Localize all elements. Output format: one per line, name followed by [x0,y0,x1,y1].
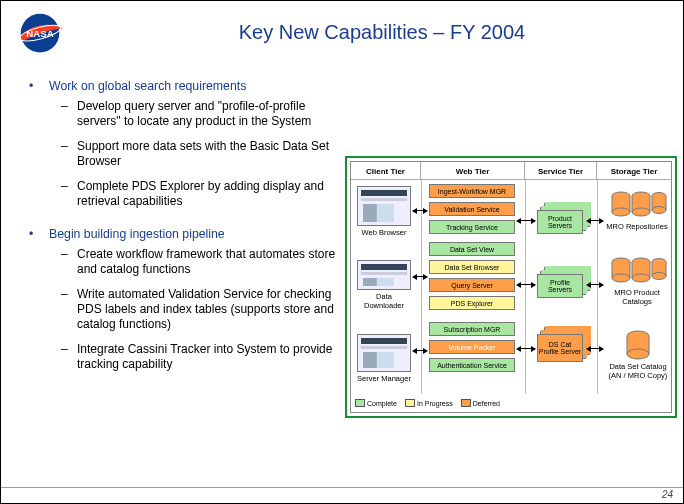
svg-text:NASA: NASA [26,28,53,39]
slide: NASA Key New Capabilities – FY 2004 • Wo… [0,0,684,504]
architecture-diagram: Client Tier Web Tier Service Tier Storag… [345,156,677,418]
tier-header: Client Tier Web Tier Service Tier Storag… [351,162,671,180]
svg-point-20 [612,274,630,282]
bullet-2: • Begin building ingestion pipeline [29,227,339,241]
box-subscription: Subscription MGR [429,322,515,336]
svg-point-10 [632,208,650,216]
box-dsview: Data Set View [429,242,515,256]
cylinder-icon [625,330,651,362]
box-ingest: Ingest-Workflow MGR [429,184,515,198]
arrow-icon [413,210,427,211]
svg-point-15 [652,207,666,214]
footer-rule [1,487,683,503]
box-volume: Volume Packer [429,340,515,354]
sub-1-3: –Complete PDS Explorer by adding display… [61,179,339,209]
box-query: Query Server [429,278,515,292]
nasa-logo-icon: NASA [11,9,69,57]
box-validation: Validation Service [429,202,515,216]
browser-thumbnail [357,186,411,226]
box-product-servers: Product Servers [537,210,583,234]
page-number: 24 [662,489,673,500]
label-prod-catalogs: MRO Product Catalogs [601,288,673,306]
downloader-thumbnail [357,260,411,290]
cylinder-icon [607,254,667,288]
arrow-icon [517,220,535,221]
svg-point-5 [612,208,630,216]
label-server-manager: Server Manager [357,374,411,383]
box-dscat-server: DS Cat Profile Server [537,334,583,362]
svg-point-25 [632,274,650,282]
arrow-icon [517,348,535,349]
svg-point-30 [652,273,666,280]
sub-1-1: –Develop query server and "profile-of-pr… [61,99,339,129]
label-dscat: Data Set Catalog (AN / MRO Copy) [603,362,673,380]
arrow-icon [587,220,603,221]
sub-1-2: –Support more data sets with the Basic D… [61,139,339,169]
label-web-browser: Web Browser [357,228,411,237]
arrow-icon [413,350,427,351]
box-dsbrowser: Data Set Browser [429,260,515,274]
arrow-icon [587,348,603,349]
arrow-icon [517,284,535,285]
box-auth: Authentication Service [429,358,515,372]
sub-2-3: –Integrate Cassini Tracker into System t… [61,342,339,372]
box-explorer: PDS Explorer [429,296,515,310]
arrow-icon [413,276,427,277]
label-data-downloader: Data Downloader [357,292,411,310]
arrow-icon [587,284,603,285]
svg-point-35 [627,349,649,359]
bullet-1: • Work on global search requirements [29,79,339,93]
server-mgr-thumbnail [357,334,411,372]
label-mro-repos: MRO Repositories [603,222,671,231]
body-text: • Work on global search requirements –De… [29,79,339,382]
slide-title: Key New Capabilities – FY 2004 [101,21,663,44]
cylinder-icon [607,188,667,222]
box-tracking: Tracking Service [429,220,515,234]
sub-2-1: –Create workflow framework that automate… [61,247,339,277]
legend: Complete In Progress Deferred [355,396,500,410]
sub-2-2: –Write automated Validation Service for … [61,287,339,332]
box-profile-servers: Profile Servers [537,274,583,298]
